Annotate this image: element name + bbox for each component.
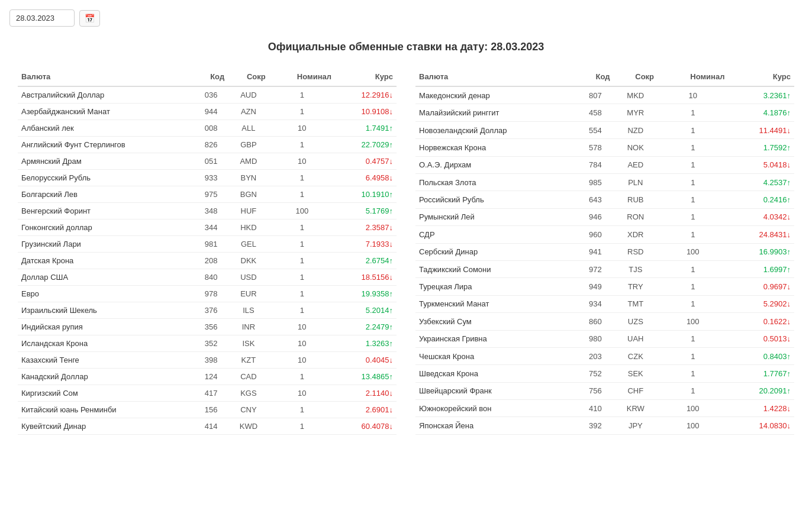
rate-value: 4.0342↓ [763, 212, 791, 221]
table-row: Болгарский Лев 975 BGN 1 10.1910↑ [18, 186, 397, 203]
cell-abbr: EUR [228, 286, 269, 302]
cell-nominal: 1 [658, 226, 728, 243]
table-row: Азербайджанский Манат 944 AZN 1 10.9108↓ [18, 104, 397, 120]
rate-value: 18.5156↓ [362, 273, 394, 282]
cell-abbr: CZK [614, 347, 658, 364]
cell-abbr: CAD [228, 369, 269, 385]
cell-abbr: CHF [614, 382, 658, 399]
table-row: Венгерский Форинт 348 HUF 100 5.1769↑ [18, 203, 397, 219]
table-row: Норвежская Крона 578 NOK 1 1.7592↑ [415, 139, 794, 156]
table-row: Австралийский Доллар 036 AUD 1 12.2916↓ [18, 86, 397, 104]
cell-nominal: 100 [658, 243, 728, 260]
cell-abbr: XDR [614, 226, 658, 243]
cell-nominal: 10 [269, 352, 335, 369]
cell-currency: Индийская рупия [18, 319, 194, 335]
table-row: Доллар США 840 USD 1 18.5156↓ [18, 269, 397, 286]
cell-currency: Гонконгский доллар [18, 219, 194, 236]
table-row: Сербский Динар 941 RSD 100 16.9903↑ [415, 243, 794, 260]
cell-code: 356 [194, 319, 228, 335]
cell-nominal: 1 [658, 382, 728, 399]
cell-code: 752 [577, 365, 613, 382]
rate-value: 22.7029↑ [362, 140, 394, 149]
rate-value: 0.4045↓ [366, 356, 393, 364]
cell-currency: Канадский Доллар [18, 369, 194, 385]
rate-value: 10.1910↑ [362, 190, 394, 199]
cell-rate: 11.4491↓ [728, 121, 794, 138]
cell-rate: 6.4958↓ [335, 170, 397, 186]
cell-currency: Польская Злота [415, 173, 577, 190]
cell-abbr: CNY [228, 402, 269, 418]
table-row: Кувейтский Динар 414 KWD 1 60.4078↓ [18, 418, 397, 435]
table-row: Белорусский Рубль 933 BYN 1 6.4958↓ [18, 170, 397, 186]
cell-abbr: ALL [228, 120, 269, 137]
cell-rate: 19.9358↑ [335, 286, 397, 302]
cell-abbr: KZT [228, 352, 269, 369]
col-header-code-left: Код [194, 67, 228, 86]
cell-nominal: 1 [269, 170, 335, 186]
table-row: Канадский Доллар 124 CAD 1 13.4865↑ [18, 369, 397, 385]
cell-currency: Болгарский Лев [18, 186, 194, 203]
rate-value: 0.8403↑ [763, 352, 791, 361]
cell-currency: Армянский Драм [18, 153, 194, 170]
rate-value: 19.9358↑ [362, 289, 394, 298]
cell-abbr: UAH [614, 330, 658, 347]
cell-abbr: KWD [228, 418, 269, 435]
cell-rate: 0.2416↑ [728, 191, 794, 208]
rate-value: 2.6754↑ [366, 256, 393, 265]
cell-rate: 14.0830↓ [728, 417, 794, 435]
cell-code: 208 [194, 253, 228, 269]
cell-nominal: 1 [658, 121, 728, 138]
cell-nominal: 100 [658, 313, 728, 330]
cell-rate: 2.6901↓ [335, 402, 397, 418]
cell-nominal: 1 [658, 191, 728, 208]
cell-rate: 1.4228↓ [728, 400, 794, 417]
cell-code: 417 [194, 385, 228, 402]
cell-currency: Шведская Крона [415, 365, 577, 382]
cell-rate: 5.0418↓ [728, 156, 794, 173]
cell-code: 981 [194, 236, 228, 253]
rate-value: 1.6997↑ [763, 265, 791, 274]
cell-nominal: 1 [269, 369, 335, 385]
rate-value: 0.1622↓ [763, 317, 791, 326]
rate-value: 1.3263↑ [366, 339, 393, 348]
cell-rate: 0.5013↓ [728, 330, 794, 347]
cell-nominal: 1 [269, 402, 335, 418]
cell-currency: Турецкая Лира [415, 278, 577, 295]
table-row: СДР 960 XDR 1 24.8431↓ [415, 226, 794, 243]
cell-rate: 16.9903↑ [728, 243, 794, 260]
cell-code: 344 [194, 219, 228, 236]
cell-nominal: 1 [658, 173, 728, 190]
cell-code: 392 [577, 417, 613, 435]
table-row: О.А.Э. Дирхам 784 AED 1 5.0418↓ [415, 156, 794, 173]
cell-abbr: ILS [228, 302, 269, 319]
cell-currency: Венгерский Форинт [18, 203, 194, 219]
cell-nominal: 10 [269, 385, 335, 402]
cell-currency: Доллар США [18, 269, 194, 286]
cell-abbr: PLN [614, 173, 658, 190]
cell-abbr: TJS [614, 260, 658, 277]
cell-code: 980 [577, 330, 613, 347]
rate-value: 14.0830↓ [759, 421, 791, 430]
rate-value: 5.0418↓ [763, 160, 791, 169]
page-title: Официальные обменные ставки на дату: 28.… [9, 41, 803, 53]
cell-abbr: AZN [228, 104, 269, 120]
cell-rate: 1.3263↑ [335, 335, 397, 352]
cell-code: 960 [577, 226, 613, 243]
cell-currency: Азербайджанский Манат [18, 104, 194, 120]
cell-rate: 3.2361↑ [728, 86, 794, 104]
cell-rate: 2.2479↑ [335, 319, 397, 335]
calendar-icon[interactable]: 📅 [79, 10, 100, 27]
cell-code: 036 [194, 86, 228, 104]
rate-value: 0.9697↓ [763, 282, 791, 291]
cell-rate: 4.2537↑ [728, 173, 794, 190]
cell-abbr: MYR [614, 104, 658, 121]
cell-rate: 2.6754↑ [335, 253, 397, 269]
col-header-nominal-right: Номинал [658, 67, 728, 86]
cell-currency: Чешская Крона [415, 347, 577, 364]
cell-abbr: TMT [614, 295, 658, 312]
date-input[interactable] [9, 9, 75, 27]
cell-rate: 18.5156↓ [335, 269, 397, 286]
cell-abbr: KRW [614, 400, 658, 417]
col-header-abbr-left: Сокр [228, 67, 269, 86]
cell-currency: Китайский юань Ренминби [18, 402, 194, 418]
